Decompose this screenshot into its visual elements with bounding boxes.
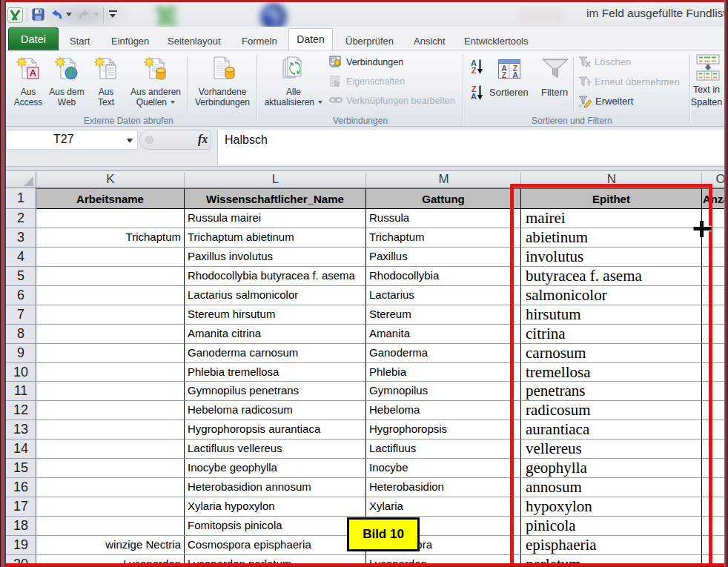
- svg-text:A: A: [512, 70, 518, 79]
- svg-text:Z: Z: [502, 70, 507, 79]
- svg-text:Z: Z: [471, 66, 477, 75]
- svg-text:A: A: [471, 92, 477, 101]
- svg-text:A: A: [30, 67, 37, 79]
